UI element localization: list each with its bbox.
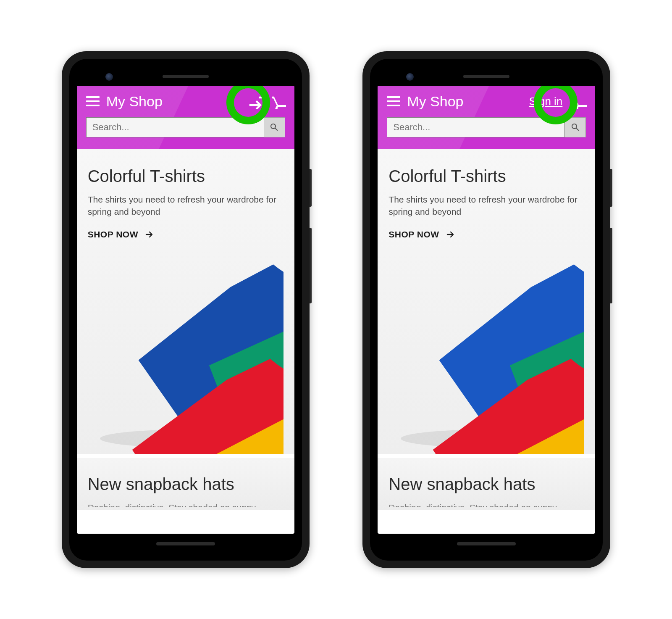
device-speaker — [163, 75, 209, 78]
device-speaker — [457, 542, 516, 545]
search-bar — [387, 117, 586, 137]
section-subtitle: The shirts you need to refresh your ward… — [388, 193, 584, 218]
search-bar — [86, 117, 285, 137]
app-screen: My Shop Sign in Colorful T-sh — [378, 86, 595, 534]
arrow-right-icon — [445, 229, 455, 240]
device-camera — [105, 73, 113, 81]
section-title: Colorful T-shirts — [88, 167, 284, 186]
hamburger-menu-icon[interactable] — [86, 96, 100, 106]
section-subtitle-cutoff: Dashing, distinctive. Stay shaded on sun… — [88, 501, 284, 507]
app-screen: My Shop — [77, 86, 294, 534]
device-side-button — [610, 228, 612, 303]
arrow-right-icon — [144, 229, 154, 240]
device-speaker — [463, 75, 509, 78]
hero-section-hats: New snapback hats Dashing, distinctive. … — [378, 458, 595, 510]
section-subtitle: The shirts you need to refresh your ward… — [88, 193, 284, 218]
cart-icon-button[interactable] — [271, 94, 286, 109]
app-header: My Shop — [77, 86, 294, 149]
section-title: New snapback hats — [88, 475, 284, 494]
device-side-button — [310, 169, 312, 207]
cart-icon — [572, 94, 587, 109]
hero-section-tshirts: Colorful T-shirts The shirts you need to… — [77, 149, 294, 454]
device-speaker — [156, 542, 215, 545]
signin-icon-button[interactable] — [247, 94, 262, 109]
cart-icon-button[interactable] — [572, 94, 587, 109]
tshirts-illustration — [388, 244, 584, 454]
search-icon — [570, 122, 580, 132]
tshirts-illustration — [88, 244, 284, 454]
app-title: My Shop — [106, 93, 240, 110]
search-input[interactable] — [387, 117, 565, 137]
app-header: My Shop Sign in — [378, 86, 595, 149]
login-icon — [247, 94, 262, 109]
shop-now-label: SHOP NOW — [88, 229, 138, 240]
device-side-button — [610, 169, 612, 207]
signin-link[interactable]: Sign in — [529, 95, 563, 108]
hero-section-hats: New snapback hats Dashing, distinctive. … — [77, 458, 294, 510]
phone-mockup-left: My Shop — [62, 51, 310, 568]
device-camera — [406, 73, 414, 81]
section-title: Colorful T-shirts — [388, 167, 584, 186]
shop-now-label: SHOP NOW — [388, 229, 439, 240]
hero-section-tshirts: Colorful T-shirts The shirts you need to… — [378, 149, 595, 454]
section-title: New snapback hats — [388, 475, 584, 494]
hamburger-menu-icon[interactable] — [387, 96, 400, 106]
shop-now-link[interactable]: SHOP NOW — [88, 229, 154, 240]
search-button[interactable] — [565, 117, 586, 137]
phone-mockup-right: My Shop Sign in Colorful T-sh — [362, 51, 610, 568]
app-title: My Shop — [407, 93, 522, 110]
search-input[interactable] — [86, 117, 264, 137]
section-subtitle-cutoff: Dashing, distinctive. Stay shaded on sun… — [388, 501, 584, 507]
device-side-button — [310, 228, 312, 303]
search-button[interactable] — [264, 117, 285, 137]
search-icon — [269, 122, 279, 132]
cart-icon — [271, 94, 286, 109]
shop-now-link[interactable]: SHOP NOW — [388, 229, 455, 240]
